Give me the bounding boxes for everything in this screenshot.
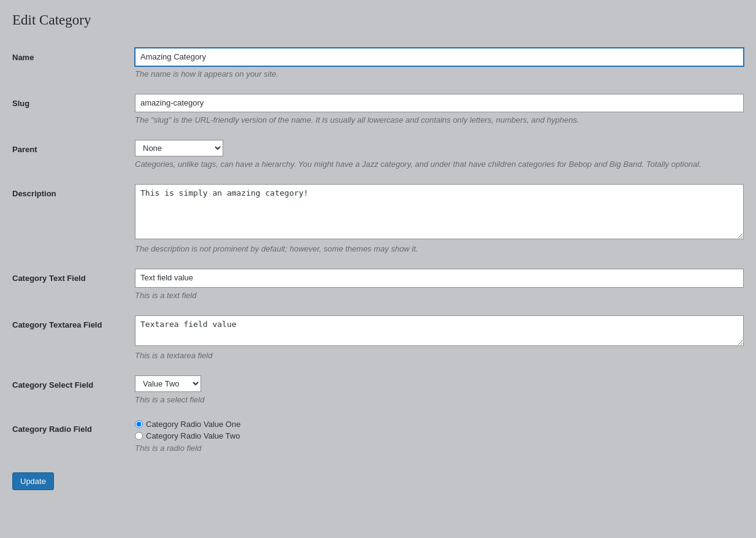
description-cell: This is simply an amazing category! The …	[135, 177, 744, 261]
category-textarea-description: This is a textarea field	[135, 351, 744, 360]
radio-option-one[interactable]: Category Radio Value One	[135, 420, 744, 429]
radio-label-one: Category Radio Value One	[146, 420, 240, 429]
name-input[interactable]	[135, 48, 744, 66]
category-text-row: Category Text Field This is a text field	[12, 261, 744, 307]
category-select-row: Category Select Field Value One Value Tw…	[12, 367, 744, 412]
slug-cell: The "slug" is the URL-friendly version o…	[135, 86, 744, 133]
edit-category-form: Name The name is how it appears on your …	[12, 40, 744, 460]
description-textarea[interactable]: This is simply an amazing category!	[135, 184, 744, 239]
submit-row: Update	[12, 466, 744, 490]
slug-input[interactable]	[135, 94, 744, 112]
category-text-description: This is a text field	[135, 291, 744, 300]
category-radio-label: Category Radio Field	[12, 412, 135, 460]
category-select-description: This is a select field	[135, 395, 744, 404]
category-textarea-input[interactable]: Textarea field value	[135, 315, 744, 346]
name-label: Name	[12, 40, 135, 86]
category-text-input[interactable]	[135, 269, 744, 287]
slug-description: The "slug" is the URL-friendly version o…	[135, 115, 744, 125]
slug-label: Slug	[12, 86, 135, 133]
description-label: Description	[12, 177, 135, 261]
parent-select[interactable]: None Parent Category 1 Parent Category 2	[135, 140, 223, 156]
category-textarea-cell: Textarea field value This is a textarea …	[135, 307, 744, 367]
category-textarea-row: Category Textarea Field Textarea field v…	[12, 307, 744, 367]
category-textarea-label: Category Textarea Field	[12, 307, 135, 367]
radio-input-two[interactable]	[135, 432, 143, 440]
name-cell: The name is how it appears on your site.	[135, 40, 744, 86]
category-radio-cell: Category Radio Value One Category Radio …	[135, 412, 744, 460]
slug-row: Slug The "slug" is the URL-friendly vers…	[12, 86, 744, 133]
category-text-cell: This is a text field	[135, 261, 744, 307]
name-row: Name The name is how it appears on your …	[12, 40, 744, 86]
page-title: Edit Category	[12, 12, 744, 28]
category-select-cell: Value One Value Two Value Three This is …	[135, 367, 744, 412]
category-radio-row: Category Radio Field Category Radio Valu…	[12, 412, 744, 460]
radio-group: Category Radio Value One Category Radio …	[135, 420, 744, 440]
category-radio-description: This is a radio field	[135, 444, 744, 453]
description-row: Description This is simply an amazing ca…	[12, 177, 744, 261]
category-text-label: Category Text Field	[12, 261, 135, 307]
category-select-label: Category Select Field	[12, 367, 135, 412]
category-select-input[interactable]: Value One Value Two Value Three	[135, 375, 201, 392]
radio-label-two: Category Radio Value Two	[146, 431, 240, 440]
parent-label: Parent	[12, 133, 135, 177]
name-description: The name is how it appears on your site.	[135, 69, 744, 79]
description-help: The description is not prominent by defa…	[135, 244, 744, 253]
parent-row: Parent None Parent Category 1 Parent Cat…	[12, 133, 744, 177]
update-button[interactable]: Update	[12, 472, 54, 490]
parent-cell: None Parent Category 1 Parent Category 2…	[135, 133, 744, 177]
parent-description: Categories, unlike tags, can have a hier…	[135, 159, 744, 169]
radio-input-one[interactable]	[135, 420, 143, 428]
radio-option-two[interactable]: Category Radio Value Two	[135, 431, 744, 440]
